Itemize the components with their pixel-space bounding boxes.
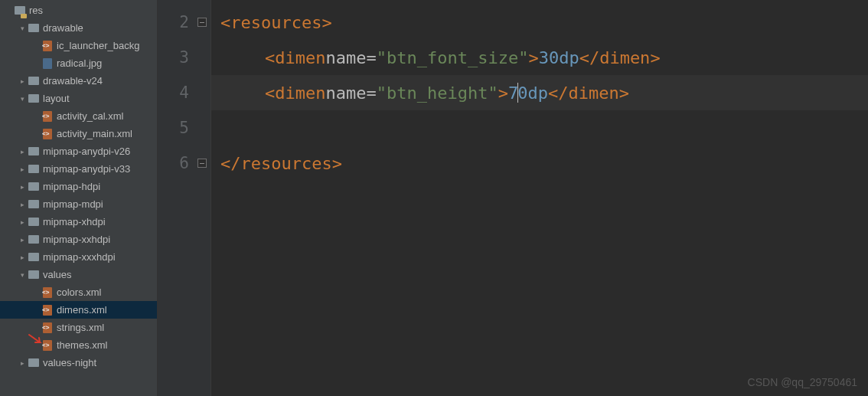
folder-icon <box>28 75 40 87</box>
folder-icon <box>28 216 40 228</box>
chevron-down-icon[interactable]: ▾ <box>17 271 28 279</box>
folder-icon <box>28 181 40 193</box>
xml-icon <box>41 128 54 140</box>
editor-code-area[interactable]: <resources><dimen name="btn_font_size">3… <box>211 0 868 396</box>
tree-item-label: mipmap-xhdpi <box>43 216 106 227</box>
tree-item-mipmap-mdpi[interactable]: ▸mipmap-mdpi <box>0 195 157 213</box>
line-number: 6 <box>158 146 210 181</box>
tree-item-label: values <box>43 269 72 280</box>
folder-icon <box>28 146 40 158</box>
editor-gutter: 23456 <box>158 0 211 396</box>
chevron-down-icon[interactable]: ▾ <box>17 25 28 32</box>
img-icon <box>41 57 54 70</box>
tree-item-mipmap-xxhdpi[interactable]: ▸mipmap-xxhdpi <box>0 231 157 248</box>
fold-toggle-icon[interactable] <box>197 159 207 168</box>
tree-item-label: activity_main.xml <box>57 128 132 139</box>
tree-item-values[interactable]: ▾values <box>0 266 157 283</box>
tree-item-mipmap-anydpi-v26[interactable]: ▸mipmap-anydpi-v26 <box>0 142 157 160</box>
line-number: 4 <box>158 75 210 110</box>
tree-item-label: mipmap-anydpi-v26 <box>43 146 130 157</box>
folder-icon <box>28 22 40 34</box>
chevron-right-icon[interactable]: ▸ <box>17 218 28 226</box>
tree-item-mipmap-anydpi-v33[interactable]: ▸mipmap-anydpi-v33 <box>0 160 157 178</box>
chevron-right-icon[interactable]: ▸ <box>17 148 28 155</box>
tree-item-label: res <box>29 5 43 16</box>
tree-item-label: mipmap-hdpi <box>43 181 100 192</box>
folder-icon <box>28 251 40 263</box>
tree-item-label: colors.xml <box>57 286 102 298</box>
folder-icon <box>28 269 40 281</box>
tree-item-label: mipmap-xxhdpi <box>43 234 110 245</box>
code-line[interactable]: <resources> <box>211 5 868 40</box>
tree-item-strings-xml[interactable]: strings.xml <box>0 319 157 336</box>
tree-item-label: mipmap-xxxhdpi <box>43 251 116 263</box>
tree-item-label: values-night <box>43 357 96 368</box>
tree-item-label: drawable <box>43 22 83 34</box>
tree-item-label: layout <box>43 93 70 104</box>
tree-item-label: ic_launcher_backg <box>57 40 139 51</box>
chevron-right-icon[interactable]: ▸ <box>17 254 28 261</box>
tree-item-mipmap-hdpi[interactable]: ▸mipmap-hdpi <box>0 178 157 195</box>
tree-item-colors-xml[interactable]: colors.xml <box>0 283 157 301</box>
project-tree-sidebar[interactable]: res▾drawableic_launcher_backgradical.jpg… <box>0 0 158 396</box>
folder-icon <box>28 198 40 211</box>
tree-item-drawable[interactable]: ▾drawable <box>0 19 157 37</box>
tree-item-activity-cal-xml[interactable]: activity_cal.xml <box>0 107 157 125</box>
folder-icon <box>28 93 40 105</box>
chevron-right-icon[interactable]: ▸ <box>17 236 28 244</box>
code-line[interactable]: </resources> <box>211 146 868 181</box>
fold-toggle-icon[interactable] <box>197 18 207 27</box>
chevron-right-icon[interactable]: ▸ <box>17 359 28 367</box>
tree-item-ic-launcher-backg[interactable]: ic_launcher_backg <box>0 37 157 54</box>
xml-icon <box>41 110 54 123</box>
xml-icon <box>41 322 54 334</box>
chevron-right-icon[interactable]: ▸ <box>17 165 28 173</box>
line-number: 2 <box>158 5 210 40</box>
tree-item-label: themes.xml <box>57 339 107 351</box>
chevron-right-icon[interactable]: ▸ <box>17 183 28 191</box>
tree-item-layout[interactable]: ▾layout <box>0 90 157 107</box>
tree-item-label: radical.jpg <box>57 57 102 69</box>
tree-item-label: drawable-v24 <box>43 75 103 87</box>
tree-item-label: dimens.xml <box>57 304 107 316</box>
line-number: 3 <box>158 40 210 75</box>
code-line[interactable] <box>211 110 868 146</box>
folder-icon <box>28 357 40 369</box>
xml-icon <box>41 286 54 299</box>
tree-item-label: mipmap-mdpi <box>43 198 103 210</box>
tree-item-values-night[interactable]: ▸values-night <box>0 354 157 371</box>
chevron-right-icon[interactable]: ▸ <box>17 77 28 85</box>
tree-item-drawable-v24[interactable]: ▸drawable-v24 <box>0 72 157 90</box>
tree-item-label: strings.xml <box>57 322 104 333</box>
chevron-down-icon[interactable]: ▾ <box>17 95 28 103</box>
chevron-right-icon[interactable]: ▸ <box>17 201 28 208</box>
tree-item-themes-xml[interactable]: themes.xml <box>0 336 157 354</box>
code-line[interactable]: <dimen name="btn_font_size">30dp</dimen> <box>211 40 868 75</box>
tree-item-activity-main-xml[interactable]: activity_main.xml <box>0 125 157 142</box>
tree-item-mipmap-xhdpi[interactable]: ▸mipmap-xhdpi <box>0 213 157 231</box>
folder-icon <box>28 234 40 246</box>
line-number: 5 <box>158 110 210 146</box>
xml-icon <box>41 339 54 352</box>
tree-item-radical-jpg[interactable]: radical.jpg <box>0 54 157 72</box>
tree-item-mipmap-xxxhdpi[interactable]: ▸mipmap-xxxhdpi <box>0 248 157 266</box>
code-line[interactable]: <dimen name="btn_height">70dp</dimen> <box>211 75 868 110</box>
xml-icon <box>41 304 54 316</box>
tree-item-dimens-xml[interactable]: dimens.xml <box>0 301 157 319</box>
watermark-text: CSDN @qq_29750461 <box>748 376 857 388</box>
tree-item-res[interactable]: res <box>0 2 157 19</box>
tree-item-label: activity_cal.xml <box>57 110 123 122</box>
tree-item-label: mipmap-anydpi-v33 <box>43 163 130 175</box>
xml-icon <box>41 40 54 52</box>
code-editor[interactable]: 23456 <resources><dimen name="btn_font_s… <box>158 0 868 396</box>
folder-icon <box>28 163 40 175</box>
res-folder-icon <box>14 5 26 17</box>
